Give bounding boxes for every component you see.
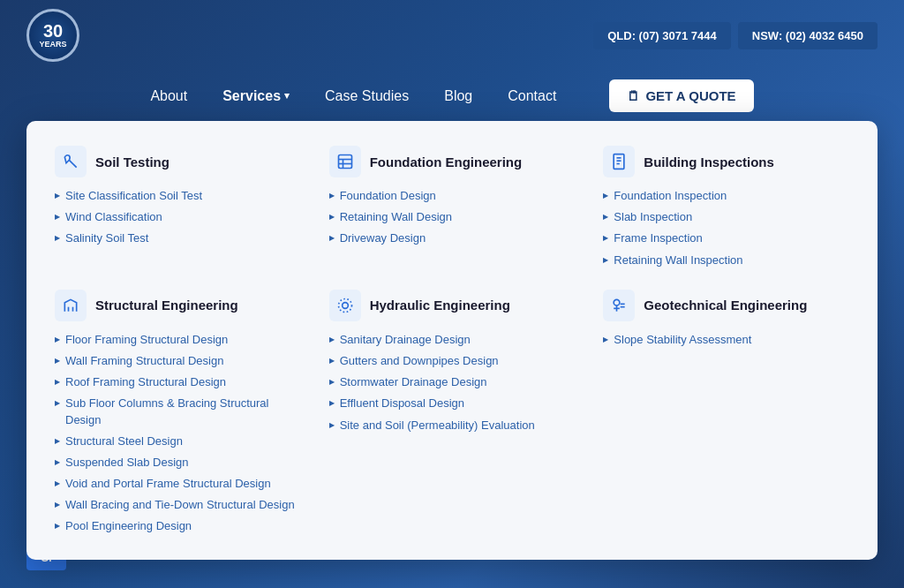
- svg-point-12: [338, 298, 351, 312]
- svg-point-11: [342, 302, 348, 308]
- link-wall-framing[interactable]: Wall Framing Structural Design: [55, 353, 301, 369]
- logo-badge: 30 YEARS: [26, 9, 79, 62]
- top-bar: 30 YEARS QLD: (07) 3071 7444 NSW: (02) 4…: [0, 0, 904, 71]
- section-structural-header: Structural Engineering: [55, 290, 301, 321]
- section-building-inspections-header: Building Inspections: [603, 146, 849, 177]
- section-hydraulic-header: Hydraulic Engineering: [329, 290, 576, 321]
- link-site-classification[interactable]: Site Classification Soil Test: [55, 188, 301, 204]
- structural-engineering-icon: [55, 290, 87, 321]
- link-pool-engineering[interactable]: Pool Engineering Design: [55, 518, 301, 534]
- link-sanitary-drainage[interactable]: Sanitary Drainage Design: [329, 332, 576, 348]
- soil-testing-icon: [55, 146, 87, 177]
- link-roof-framing[interactable]: Roof Framing Structural Design: [55, 374, 301, 390]
- logo-area: 30 YEARS: [26, 9, 79, 62]
- nav-services-label: Services: [222, 88, 281, 104]
- section-building-inspections: Building Inspections Foundation Inspecti…: [603, 146, 849, 268]
- geotechnical-engineering-title: Geotechnical Engineering: [644, 298, 807, 313]
- structural-engineering-title: Structural Engineering: [95, 298, 238, 313]
- link-effluent-disposal[interactable]: Effluent Disposal Design: [329, 396, 576, 411]
- link-site-soil-permeability[interactable]: Site and Soil (Permeability) Evaluation: [329, 418, 576, 433]
- phone-buttons: QLD: (07) 3071 7444 NSW: (02) 4032 6450: [593, 22, 878, 49]
- link-sub-floor-columns[interactable]: Sub Floor Columns & Bracing Structural D…: [55, 396, 301, 427]
- nav-services[interactable]: Services ▾: [222, 88, 290, 104]
- quote-label: GET A QUOTE: [645, 88, 735, 103]
- link-foundation-design[interactable]: Foundation Design: [329, 188, 576, 204]
- svg-point-13: [614, 299, 620, 305]
- section-soil-testing-header: Soil Testing: [55, 146, 301, 177]
- foundation-engineering-title: Foundation Engineering: [370, 155, 523, 170]
- link-wind-classification[interactable]: Wind Classification: [55, 209, 301, 225]
- link-salinity-soil-test[interactable]: Salinity Soil Test: [55, 230, 301, 246]
- phone-nsw-button[interactable]: NSW: (02) 4032 6450: [738, 22, 878, 49]
- phone-qld-button[interactable]: QLD: (07) 3071 7444: [593, 22, 731, 49]
- link-slope-stability[interactable]: Slope Stability Assessment: [603, 332, 849, 348]
- dropdown-grid: Soil Testing Site Classification Soil Te…: [55, 146, 849, 535]
- link-foundation-inspection[interactable]: Foundation Inspection: [603, 188, 849, 204]
- nav-contact[interactable]: Contact: [508, 88, 556, 104]
- foundation-engineering-links: Foundation Design Retaining Wall Design …: [329, 188, 576, 247]
- link-void-portal-frame[interactable]: Void and Portal Frame Structural Design: [55, 476, 301, 492]
- link-floor-framing[interactable]: Floor Framing Structural Design: [55, 332, 301, 348]
- services-dropdown: Soil Testing Site Classification Soil Te…: [26, 121, 878, 560]
- geotechnical-engineering-links: Slope Stability Assessment: [603, 332, 849, 348]
- section-geotechnical-header: Geotechnical Engineering: [603, 290, 849, 321]
- hydraulic-engineering-title: Hydraulic Engineering: [370, 298, 510, 313]
- foundation-engineering-icon: [329, 146, 361, 177]
- nav-bar: About Services ▾ Case Studies Blog Conta…: [0, 71, 904, 121]
- section-geotechnical-engineering: Geotechnical Engineering Slope Stability…: [603, 290, 849, 535]
- link-slab-inspection[interactable]: Slab Inspection: [603, 209, 849, 225]
- nav-case-studies[interactable]: Case Studies: [325, 88, 409, 104]
- soil-testing-title: Soil Testing: [95, 155, 170, 170]
- get-quote-button[interactable]: 🗒 GET A QUOTE: [609, 79, 753, 112]
- building-inspections-links: Foundation Inspection Slab Inspection Fr…: [603, 188, 849, 268]
- svg-rect-1: [338, 155, 351, 169]
- link-retaining-wall-inspection[interactable]: Retaining Wall Inspection: [603, 253, 849, 268]
- link-gutters-downpipes[interactable]: Gutters and Downpipes Design: [329, 353, 576, 369]
- building-inspections-icon: [603, 146, 635, 177]
- link-suspended-slab[interactable]: Suspended Slab Design: [55, 455, 301, 471]
- nav-blog[interactable]: Blog: [444, 88, 472, 104]
- logo-number: 30: [43, 22, 63, 40]
- quote-icon: 🗒: [627, 88, 640, 103]
- geotechnical-engineering-icon: [603, 290, 635, 321]
- section-hydraulic-engineering: Hydraulic Engineering Sanitary Drainage …: [329, 290, 576, 535]
- link-driveway-design[interactable]: Driveway Design: [329, 230, 576, 246]
- structural-engineering-links: Floor Framing Structural Design Wall Fra…: [55, 332, 301, 535]
- logo-years: YEARS: [39, 40, 66, 49]
- link-stormwater-drainage[interactable]: Stormwater Drainage Design: [329, 374, 576, 390]
- nav-about[interactable]: About: [150, 88, 187, 104]
- section-foundation-engineering: Foundation Engineering Foundation Design…: [329, 146, 576, 268]
- section-structural-engineering: Structural Engineering Floor Framing Str…: [55, 290, 301, 535]
- building-inspections-title: Building Inspections: [644, 155, 774, 170]
- soil-testing-links: Site Classification Soil Test Wind Class…: [55, 188, 301, 247]
- link-structural-steel[interactable]: Structural Steel Design: [55, 433, 301, 449]
- chevron-down-icon: ▾: [284, 90, 290, 102]
- hydraulic-engineering-icon: [329, 290, 361, 321]
- hydraulic-engineering-links: Sanitary Drainage Design Gutters and Dow…: [329, 332, 576, 433]
- link-retaining-wall-design[interactable]: Retaining Wall Design: [329, 209, 576, 225]
- link-wall-bracing[interactable]: Wall Bracing and Tie-Down Structural Des…: [55, 497, 301, 513]
- section-foundation-header: Foundation Engineering: [329, 146, 576, 177]
- link-frame-inspection[interactable]: Frame Inspection: [603, 230, 849, 246]
- section-soil-testing: Soil Testing Site Classification Soil Te…: [55, 146, 301, 268]
- svg-line-0: [69, 160, 76, 167]
